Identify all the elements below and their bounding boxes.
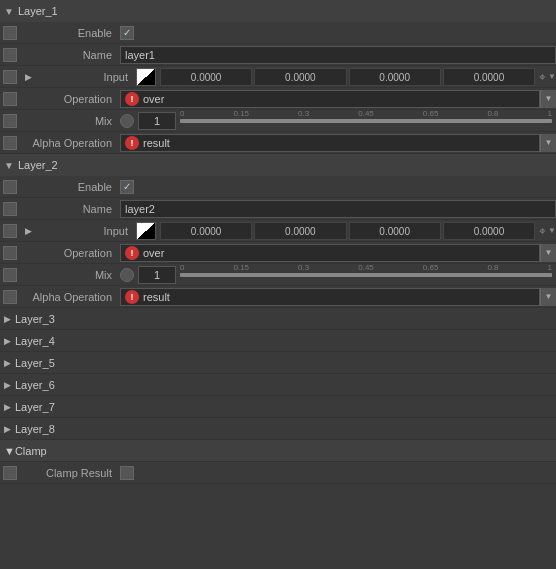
layer7-label: Layer_7 [15,401,55,413]
layer1-input-label: Input [36,71,136,83]
main-panel: ▼ Layer_1 Enable ✓ Name ▶ Input 0.0000 0… [0,0,556,484]
layer2-mix-input[interactable] [138,266,176,284]
layer2-name-input[interactable] [120,200,556,218]
layer1-op-label: Operation [20,93,120,105]
layer2-val2[interactable]: 0.0000 [349,222,441,240]
layer1-alpha-box [0,136,20,150]
layer2-header[interactable]: ▼ Layer_2 [0,154,556,176]
layer1-name-content [120,46,556,64]
layer2-num-values: 0.0000 0.0000 0.0000 0.0000 [160,222,535,240]
layer2-checkmark: ✓ [123,181,131,192]
layer2-enable-content: ✓ [120,180,556,194]
layer1-enable-knob[interactable]: ✓ [120,26,134,40]
layer2-val3[interactable]: 0.0000 [443,222,535,240]
layer7-collapsed[interactable]: ▶ Layer_7 [0,396,556,418]
layer2-alpha-row: Alpha Operation ! result ▼ [0,286,556,308]
clamp-result-box [0,466,20,480]
layer2-op-dropdown[interactable]: ! over [120,244,540,262]
layer2-alpha-label: Alpha Operation [20,291,120,303]
layer1-input-dropdown[interactable]: ▼ [548,72,556,81]
layer1-operation-row: Operation ! over ▼ [0,88,556,110]
layer1-checkmark: ✓ [123,27,131,38]
layer1-val0[interactable]: 0.0000 [160,68,252,86]
layer2-op-box [0,246,20,260]
layer2-mix-row: Mix 0 0.15 0.3 0.45 0.65 0.8 1 [0,264,556,286]
layer2-title: Layer_2 [18,159,58,171]
layer1-mix-label: Mix [20,115,120,127]
layer1-val3[interactable]: 0.0000 [443,68,535,86]
clamp-result-knob[interactable] [120,466,134,480]
layer2-val1[interactable]: 0.0000 [254,222,346,240]
layer2-mix-slider[interactable]: 0 0.15 0.3 0.45 0.65 0.8 1 [176,266,556,284]
layer1-slider-track: 0 0.15 0.3 0.45 0.65 0.8 1 [180,119,552,123]
layer3-collapsed[interactable]: ▶ Layer_3 [0,308,556,330]
layer1-enable-label: Enable [20,27,120,39]
layer1-input-row: ▶ Input 0.0000 0.0000 0.0000 0.0000 ⌖ ▼ [0,66,556,88]
layer2-op-btn[interactable]: ▼ [540,244,556,262]
layer4-collapsed[interactable]: ▶ Layer_4 [0,330,556,352]
layer1-name-smallbox [3,48,17,62]
layer2-alpha-box [0,290,20,304]
layer2-val0[interactable]: 0.0000 [160,222,252,240]
layer1-op-error-icon: ! [125,92,139,106]
layer1-alpha-btn[interactable]: ▼ [540,134,556,152]
layer1-color-preview[interactable] [136,68,156,86]
layer2-name-label: Name [20,203,120,215]
layer1-alpha-row: Alpha Operation ! result ▼ [0,132,556,154]
layer2-input-dropdown[interactable]: ▼ [548,226,556,235]
layer2-alpha-btn[interactable]: ▼ [540,288,556,306]
layer1-alpha-label: Alpha Operation [20,137,120,149]
layer3-arrow: ▶ [4,314,11,324]
layer3-label: Layer_3 [15,313,55,325]
layer1-mix-input[interactable] [138,112,176,130]
clamp-expand-icon: ▼ [4,445,15,457]
layer5-collapsed[interactable]: ▶ Layer_5 [0,352,556,374]
layer2-enable-knob[interactable]: ✓ [120,180,134,194]
layer1-enable-row: Enable ✓ [0,22,556,44]
layer1-name-row: Name [0,44,556,66]
layer2-mix-smallbox [3,268,17,282]
layer2-op-value: over [143,247,535,259]
layer2-name-content [120,200,556,218]
layer1-input-content: 0.0000 0.0000 0.0000 0.0000 ⌖ ▼ [136,68,556,86]
layer1-name-label: Name [20,49,120,61]
layer2-name-box [0,202,20,216]
clamp-header[interactable]: ▼ Clamp [0,440,556,462]
layer1-mix-knob[interactable] [120,114,134,128]
layer2-enable-row: Enable ✓ [0,176,556,198]
layer1-header[interactable]: ▼ Layer_1 [0,0,556,22]
layer2-input-expand[interactable]: ▶ [20,226,36,236]
layer1-op-smallbox [3,92,17,106]
layer1-name-input[interactable] [120,46,556,64]
layer2-color-preview[interactable] [136,222,156,240]
layer2-operation-row: Operation ! over ▼ [0,242,556,264]
clamp-result-row: Clamp Result [0,462,556,484]
layer5-arrow: ▶ [4,358,11,368]
layer6-collapsed[interactable]: ▶ Layer_6 [0,374,556,396]
layer1-alpha-dropdown[interactable]: ! result [120,134,540,152]
layer1-alpha-content: ! result ▼ [120,134,556,152]
layer6-arrow: ▶ [4,380,11,390]
layer2-input-row: ▶ Input 0.0000 0.0000 0.0000 0.0000 ⌖ ▼ [0,220,556,242]
layer2-mix-label: Mix [20,269,120,281]
layer1-op-value: over [143,93,535,105]
layer2-name-smallbox [3,202,17,216]
layer2-op-label: Operation [20,247,120,259]
layer1-pick-icon[interactable]: ⌖ [539,70,546,84]
layer1-val2[interactable]: 0.0000 [349,68,441,86]
layer1-input-expand[interactable]: ▶ [20,72,36,82]
layer1-mix-slider[interactable]: 0 0.15 0.3 0.45 0.65 0.8 1 [176,112,556,130]
layer2-mix-box [0,268,20,282]
layer1-op-btn[interactable]: ▼ [540,90,556,108]
layer1-enable-content: ✓ [120,26,556,40]
clamp-result-smallbox [3,466,17,480]
layer2-pick-icon[interactable]: ⌖ [539,224,546,238]
layer7-arrow: ▶ [4,402,11,412]
layer2-alpha-dropdown[interactable]: ! result [120,288,540,306]
layer2-enable-box [0,180,20,194]
layer1-op-dropdown[interactable]: ! over [120,90,540,108]
layer2-mix-knob[interactable] [120,268,134,282]
layer1-val1[interactable]: 0.0000 [254,68,346,86]
layer8-collapsed[interactable]: ▶ Layer_8 [0,418,556,440]
layer2-alpha-content: ! result ▼ [120,288,556,306]
